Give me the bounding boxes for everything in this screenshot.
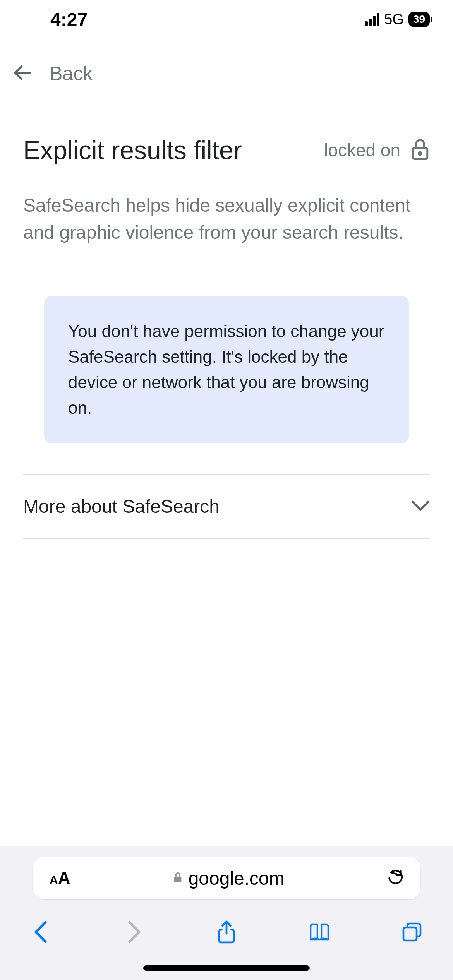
svg-rect-5 bbox=[403, 927, 417, 941]
browser-back-button[interactable] bbox=[27, 918, 55, 946]
divider bbox=[23, 538, 430, 539]
url-display[interactable]: google.com bbox=[70, 868, 386, 889]
status-bar: 4:27 5G 39 bbox=[0, 0, 453, 39]
page-content: Back Explicit results filter locked on S… bbox=[0, 39, 453, 846]
browser-chrome: AA google.com bbox=[0, 846, 453, 980]
arrow-left-icon bbox=[12, 62, 33, 85]
lock-status: locked on bbox=[324, 138, 430, 163]
back-button[interactable]: Back bbox=[12, 39, 430, 85]
battery-icon: 39 bbox=[408, 12, 430, 27]
svg-rect-3 bbox=[174, 877, 181, 882]
lock-icon bbox=[172, 871, 183, 886]
status-time: 4:27 bbox=[50, 9, 88, 30]
info-box: You don't have permission to change your… bbox=[44, 296, 409, 443]
share-button[interactable] bbox=[213, 918, 240, 946]
tabs-button[interactable] bbox=[398, 918, 426, 946]
bookmarks-button[interactable] bbox=[305, 918, 333, 946]
status-right: 5G 39 bbox=[365, 11, 430, 28]
page-title: Explicit results filter bbox=[23, 135, 242, 165]
reload-button[interactable] bbox=[386, 868, 403, 889]
title-row: Explicit results filter locked on bbox=[23, 135, 430, 165]
more-about-expander[interactable]: More about SafeSearch bbox=[23, 475, 430, 538]
font-size-button[interactable]: AA bbox=[50, 869, 70, 888]
back-label: Back bbox=[50, 62, 93, 85]
description-text: SafeSearch helps hide sexually explicit … bbox=[23, 192, 430, 246]
lock-status-text: locked on bbox=[324, 140, 400, 161]
svg-point-2 bbox=[419, 152, 422, 155]
network-type: 5G bbox=[384, 11, 404, 28]
url-bar[interactable]: AA google.com bbox=[33, 857, 420, 899]
expander-label: More about SafeSearch bbox=[23, 496, 220, 517]
chevron-down-icon bbox=[411, 500, 430, 514]
url-text: google.com bbox=[189, 868, 285, 889]
home-indicator bbox=[0, 965, 453, 980]
browser-forward-button[interactable] bbox=[120, 918, 148, 946]
lock-icon bbox=[410, 138, 430, 163]
info-box-text: You don't have permission to change your… bbox=[68, 319, 385, 421]
browser-toolbar bbox=[0, 910, 453, 965]
signal-icon bbox=[365, 13, 379, 26]
